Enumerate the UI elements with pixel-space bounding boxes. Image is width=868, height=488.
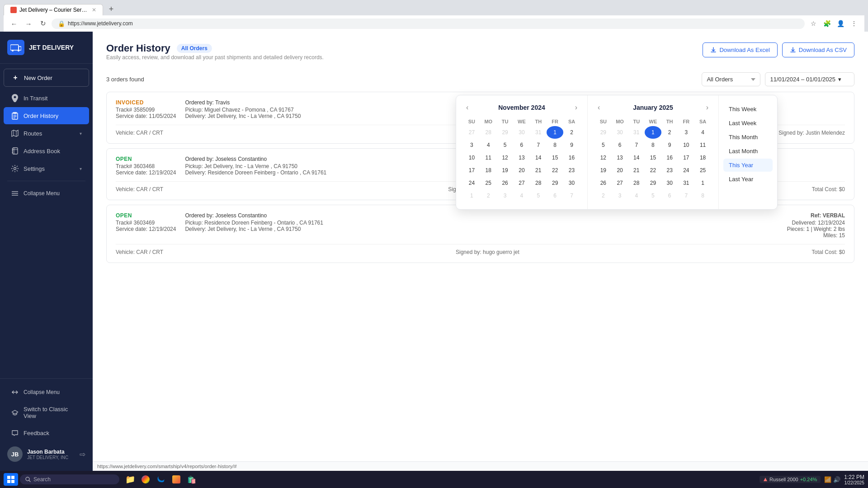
- cal-day[interactable]: 5: [497, 139, 514, 151]
- cal-day[interactable]: 3: [612, 189, 628, 202]
- cal-day[interactable]: 1: [694, 177, 711, 189]
- taskbar-search-area[interactable]: Search: [20, 474, 119, 484]
- cal-day[interactable]: 11: [480, 151, 497, 164]
- cal-day[interactable]: 26: [595, 177, 612, 189]
- back-button[interactable]: ←: [8, 18, 20, 29]
- cal-day[interactable]: 16: [563, 151, 580, 164]
- cal-day[interactable]: 7: [563, 189, 580, 202]
- cal-day[interactable]: 5: [595, 139, 612, 151]
- cal-day[interactable]: 27: [463, 126, 480, 139]
- taskbar-photos[interactable]: [169, 473, 184, 486]
- sidebar-item-address-book[interactable]: Address Book: [4, 142, 89, 160]
- taskbar-file-explorer[interactable]: 📁: [123, 473, 137, 486]
- cal-day[interactable]: 30: [514, 126, 530, 139]
- cal-day[interactable]: 22: [645, 164, 661, 177]
- sidebar-item-new-order[interactable]: + New Order: [4, 69, 89, 87]
- refresh-button[interactable]: ↻: [37, 18, 49, 29]
- cal-day[interactable]: 3: [678, 126, 695, 139]
- cal-day[interactable]: 4: [694, 126, 711, 139]
- cal-day[interactable]: 27: [612, 177, 628, 189]
- logout-icon[interactable]: ⇨: [80, 450, 85, 459]
- new-tab-button[interactable]: +: [105, 3, 118, 15]
- cal-day[interactable]: 31: [628, 126, 645, 139]
- sidebar-item-routes[interactable]: Routes ▾: [4, 125, 89, 142]
- sidebar-item-collapse[interactable]: Collapse Menu: [4, 185, 89, 202]
- start-button[interactable]: [4, 473, 18, 486]
- quick-date-last-year[interactable]: Last Year: [723, 173, 773, 186]
- bookmark-icon[interactable]: ☆: [807, 18, 819, 29]
- cal-day[interactable]: 6: [661, 189, 678, 202]
- cal-day[interactable]: 26: [497, 177, 514, 189]
- cal-day[interactable]: 23: [661, 164, 678, 177]
- cal-day[interactable]: 4: [480, 139, 497, 151]
- cal-day[interactable]: 24: [678, 164, 695, 177]
- tab-close-icon[interactable]: ✕: [92, 7, 96, 13]
- cal-day[interactable]: 6: [514, 139, 530, 151]
- cal-day[interactable]: 28: [480, 126, 497, 139]
- cal-day[interactable]: 2: [595, 189, 612, 202]
- cal-day[interactable]: 31: [678, 177, 695, 189]
- cal-next-jan[interactable]: ›: [703, 103, 711, 113]
- download-excel-button[interactable]: Download As Excel: [703, 42, 777, 57]
- cal-day[interactable]: 30: [661, 177, 678, 189]
- cal-day[interactable]: 29: [645, 177, 661, 189]
- cal-day[interactable]: 27: [514, 177, 530, 189]
- cal-day[interactable]: 19: [595, 164, 612, 177]
- cal-day[interactable]: 17: [463, 164, 480, 177]
- cal-day[interactable]: 18: [694, 151, 711, 164]
- cal-day[interactable]: 20: [612, 164, 628, 177]
- cal-day[interactable]: 6: [612, 139, 628, 151]
- cal-day[interactable]: 2: [661, 126, 678, 139]
- orders-filter-select[interactable]: All Orders: [702, 72, 760, 86]
- date-range-button[interactable]: 11/01/2024 – 01/01/2025 ▾: [765, 72, 854, 86]
- profile-icon[interactable]: 👤: [835, 18, 846, 29]
- cal-day[interactable]: 1: [645, 126, 661, 139]
- cal-day[interactable]: 11: [694, 139, 711, 151]
- cal-day[interactable]: 29: [547, 177, 563, 189]
- quick-date-this-year[interactable]: This Year: [723, 159, 773, 172]
- cal-day[interactable]: 4: [628, 189, 645, 202]
- cal-prev-jan[interactable]: ‹: [595, 103, 603, 113]
- quick-date-last-month[interactable]: Last Month: [723, 145, 773, 158]
- cal-day[interactable]: 8: [645, 139, 661, 151]
- cal-day[interactable]: 30: [612, 126, 628, 139]
- user-area[interactable]: JB Jason Barbata JET DELIVERY, INC ⇨: [0, 442, 93, 466]
- quick-date-this-month[interactable]: This Month: [723, 131, 773, 144]
- cal-day[interactable]: 18: [480, 164, 497, 177]
- cal-day[interactable]: 16: [661, 151, 678, 164]
- cal-day[interactable]: 4: [514, 189, 530, 202]
- cal-day[interactable]: 24: [463, 177, 480, 189]
- sidebar-item-settings[interactable]: Settings ▾: [4, 160, 89, 177]
- sidebar-item-learn[interactable]: Switch to Classic View: [4, 401, 89, 424]
- cal-day[interactable]: 5: [645, 189, 661, 202]
- cal-day[interactable]: 13: [514, 151, 530, 164]
- sidebar-item-switch-classic[interactable]: Collapse Menu: [4, 384, 89, 401]
- forward-button[interactable]: →: [23, 18, 34, 29]
- cal-day[interactable]: 13: [612, 151, 628, 164]
- cal-day[interactable]: 7: [678, 189, 695, 202]
- cal-day[interactable]: 15: [645, 151, 661, 164]
- cal-day[interactable]: 1: [463, 189, 480, 202]
- cal-day[interactable]: 9: [661, 139, 678, 151]
- cal-day[interactable]: 28: [628, 177, 645, 189]
- cal-day[interactable]: 9: [563, 139, 580, 151]
- cal-day[interactable]: 8: [547, 139, 563, 151]
- taskbar-edge[interactable]: [154, 473, 168, 486]
- cal-day[interactable]: 12: [497, 151, 514, 164]
- cal-day[interactable]: 28: [530, 177, 547, 189]
- cal-day[interactable]: 2: [563, 126, 580, 139]
- cal-day[interactable]: 20: [514, 164, 530, 177]
- cal-day[interactable]: 10: [678, 139, 695, 151]
- taskbar-store[interactable]: 🛍️: [184, 473, 199, 486]
- quick-date-this-week[interactable]: This Week: [723, 103, 773, 116]
- sidebar-item-in-transit[interactable]: In Transit: [4, 89, 89, 107]
- cal-day[interactable]: 21: [628, 164, 645, 177]
- cal-day[interactable]: 2: [480, 189, 497, 202]
- cal-day[interactable]: 1: [547, 126, 563, 139]
- cal-next-nov[interactable]: ›: [572, 103, 580, 113]
- cal-day[interactable]: 6: [547, 189, 563, 202]
- cal-day[interactable]: 14: [530, 151, 547, 164]
- browser-tab[interactable]: Jet Delivery – Courier Service, Sa... ✕: [4, 4, 103, 15]
- cal-day[interactable]: 25: [480, 177, 497, 189]
- cal-day[interactable]: 29: [497, 126, 514, 139]
